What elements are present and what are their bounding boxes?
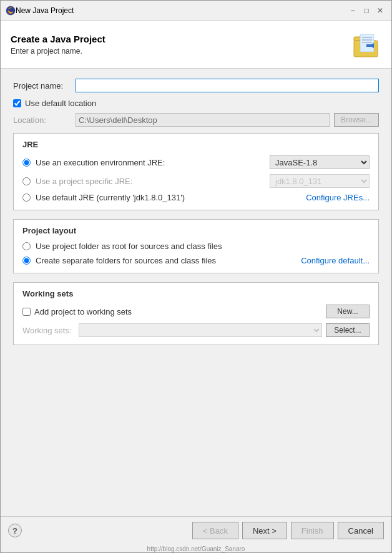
- folder-icon: [351, 29, 381, 59]
- bottom-buttons: < Back Next > Finish Cancel: [192, 522, 384, 539]
- working-sets-section: Working sets Add project to working sets…: [13, 282, 379, 345]
- jre-exec-env-radio[interactable]: [22, 159, 31, 167]
- title-bar: New Java Project − □ ✕: [1, 1, 391, 21]
- next-button[interactable]: Next >: [242, 522, 287, 539]
- project-layout-section: Project layout Use project folder as roo…: [13, 219, 379, 273]
- project-name-row: Project name:: [13, 79, 379, 92]
- layout-root-radio[interactable]: [22, 242, 31, 250]
- use-default-location-checkbox[interactable]: [13, 99, 21, 107]
- finish-button: Finish: [291, 522, 334, 539]
- dialog-title: Create a Java Project: [11, 34, 105, 44]
- jre-section-title: JRE: [22, 140, 370, 149]
- bottom-bar: ? < Back Next > Finish Cancel: [1, 516, 391, 544]
- jre-section: JRE Use an execution environment JRE: Ja…: [13, 133, 379, 210]
- jre-option3-row: Use default JRE (currently 'jdk1.8.0_131…: [22, 193, 370, 202]
- main-window: New Java Project − □ ✕ Create a Java Pro…: [0, 0, 392, 553]
- location-label: Location:: [13, 115, 76, 125]
- svg-rect-4: [360, 34, 374, 52]
- jre-default-radio[interactable]: [22, 193, 31, 202]
- jre-option3-label[interactable]: Use default JRE (currently 'jdk1.8.0_131…: [36, 193, 306, 202]
- layout-option2-label[interactable]: Create separate folders for sources and …: [36, 256, 301, 265]
- working-sets-title: Working sets: [22, 289, 370, 298]
- browse-button: Browse...: [334, 113, 379, 127]
- working-sets-checkbox-row: Add project to working sets New...: [22, 305, 370, 318]
- use-default-location-label[interactable]: Use default location: [25, 99, 96, 108]
- project-layout-title: Project layout: [22, 226, 370, 235]
- window-title: New Java Project: [16, 6, 346, 15]
- jre-exec-env-select[interactable]: JavaSE-1.8: [270, 155, 370, 169]
- svg-point-2: [8, 8, 15, 12]
- title-controls: − □ ✕: [346, 4, 386, 17]
- header-section: Create a Java Project Enter a project na…: [1, 21, 391, 69]
- working-sets-label: Working sets:: [22, 326, 79, 335]
- close-button[interactable]: ✕: [374, 4, 386, 17]
- svg-rect-9: [366, 44, 374, 47]
- layout-option1-row: Use project folder as root for sources a…: [22, 242, 370, 251]
- working-sets-select: [79, 323, 322, 337]
- jre-project-specific-select: jdk1.8.0_131: [270, 174, 370, 188]
- jre-option1-label[interactable]: Use an execution environment JRE:: [36, 158, 270, 167]
- back-button: < Back: [192, 522, 238, 539]
- main-content: Project name: Use default location Locat…: [1, 69, 391, 516]
- watermark: http://blog.csdn.net/Guaniz_Sanaro: [1, 544, 391, 552]
- configure-default-link[interactable]: Configure default...: [301, 256, 370, 265]
- layout-separate-radio[interactable]: [22, 257, 31, 265]
- maximize-button[interactable]: □: [360, 4, 373, 17]
- location-input: [76, 113, 330, 127]
- header-text: Create a Java Project Enter a project na…: [11, 34, 105, 56]
- configure-jres-link[interactable]: Configure JREs...: [306, 193, 370, 202]
- jre-option2-row: Use a project specific JRE: jdk1.8.0_131: [22, 174, 370, 188]
- layout-option2-row: Create separate folders for sources and …: [22, 256, 370, 265]
- use-default-location-row: Use default location: [13, 99, 379, 108]
- project-name-label: Project name:: [13, 81, 76, 91]
- select-working-set-button[interactable]: Select...: [326, 323, 370, 337]
- jre-option1-row: Use an execution environment JRE: JavaSE…: [22, 155, 370, 169]
- location-row: Location: Browse...: [13, 113, 379, 127]
- dialog-subtitle: Enter a project name.: [11, 47, 105, 56]
- window-icon: [6, 6, 16, 16]
- add-to-working-sets-checkbox[interactable]: [22, 308, 31, 316]
- working-sets-dropdown-row: Working sets: Select...: [22, 323, 370, 337]
- jre-project-specific-radio[interactable]: [22, 177, 31, 185]
- new-working-set-button[interactable]: New...: [326, 305, 370, 318]
- project-name-input[interactable]: [76, 79, 379, 92]
- help-button[interactable]: ?: [8, 524, 22, 537]
- cancel-button[interactable]: Cancel: [338, 522, 384, 539]
- add-to-working-sets-label[interactable]: Add project to working sets: [34, 307, 326, 316]
- jre-option2-label[interactable]: Use a project specific JRE:: [36, 177, 270, 186]
- layout-option1-label[interactable]: Use project folder as root for sources a…: [36, 242, 370, 251]
- minimize-button[interactable]: −: [346, 4, 359, 17]
